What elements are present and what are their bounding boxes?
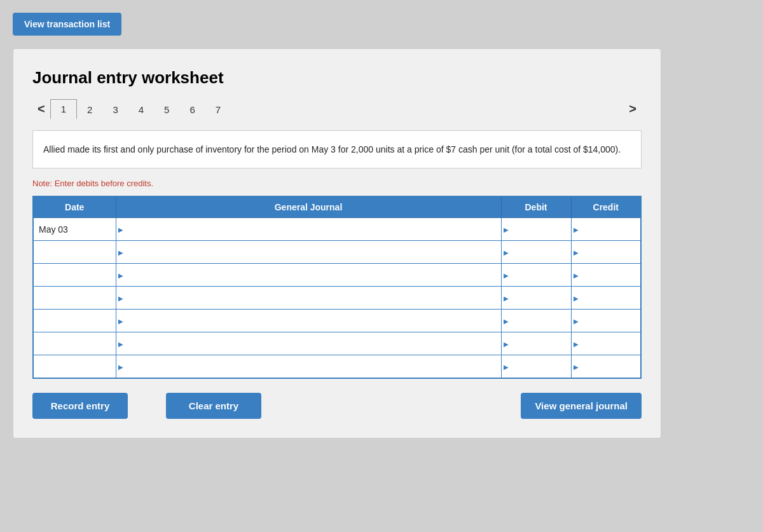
general-journal-cell bbox=[116, 310, 501, 332]
debit-cell bbox=[501, 287, 571, 310]
tab-6[interactable]: 6 bbox=[179, 100, 205, 119]
credit-input[interactable] bbox=[574, 223, 638, 236]
table-row bbox=[33, 332, 641, 355]
table-row bbox=[33, 287, 641, 310]
credit-cell bbox=[571, 241, 641, 264]
credit-input[interactable] bbox=[574, 338, 638, 350]
main-card: Journal entry worksheet < 1 2 3 4 5 6 7 … bbox=[13, 48, 661, 439]
worksheet-title: Journal entry worksheet bbox=[32, 68, 642, 88]
table-row: May 03 bbox=[33, 218, 641, 241]
date-cell bbox=[33, 287, 116, 310]
view-general-journal-button[interactable]: View general journal bbox=[521, 393, 642, 419]
nav-prev-arrow[interactable]: < bbox=[32, 99, 50, 119]
general-journal-input[interactable] bbox=[119, 269, 498, 282]
debit-cell bbox=[501, 264, 571, 287]
date-cell bbox=[33, 310, 116, 332]
debit-input[interactable] bbox=[504, 246, 568, 259]
credit-cell bbox=[571, 218, 641, 241]
general-journal-input[interactable] bbox=[119, 315, 498, 327]
tab-2[interactable]: 2 bbox=[77, 100, 102, 119]
credit-input[interactable] bbox=[574, 269, 638, 282]
general-journal-cell bbox=[116, 241, 501, 264]
general-journal-input[interactable] bbox=[119, 246, 498, 259]
table-row bbox=[33, 355, 641, 378]
debit-cell bbox=[501, 241, 571, 264]
tab-4[interactable]: 4 bbox=[128, 100, 154, 119]
credit-input[interactable] bbox=[574, 360, 638, 373]
date-cell bbox=[33, 332, 116, 355]
general-journal-cell bbox=[116, 218, 501, 241]
table-row bbox=[33, 241, 641, 264]
table-header-row: Date General Journal Debit Credit bbox=[33, 196, 641, 218]
tab-5[interactable]: 5 bbox=[154, 100, 179, 119]
col-header-credit: Credit bbox=[571, 196, 641, 218]
date-value: May 03 bbox=[39, 224, 68, 235]
nav-next-arrow[interactable]: > bbox=[624, 99, 642, 119]
col-header-date: Date bbox=[33, 196, 116, 218]
credit-cell bbox=[571, 355, 641, 378]
col-header-general-journal: General Journal bbox=[116, 196, 501, 218]
credit-input[interactable] bbox=[574, 292, 638, 304]
general-journal-cell bbox=[116, 264, 501, 287]
clear-entry-button[interactable]: Clear entry bbox=[166, 393, 261, 419]
debit-input[interactable] bbox=[504, 360, 568, 373]
col-header-debit: Debit bbox=[501, 196, 571, 218]
debit-cell bbox=[501, 310, 571, 332]
general-journal-input[interactable] bbox=[119, 223, 498, 236]
description-box: Allied made its first and only purchase … bbox=[32, 130, 642, 168]
credit-cell bbox=[571, 332, 641, 355]
table-row bbox=[33, 264, 641, 287]
tab-1[interactable]: 1 bbox=[50, 99, 77, 119]
debit-cell bbox=[501, 355, 571, 378]
date-cell: May 03 bbox=[33, 218, 116, 241]
date-cell bbox=[33, 355, 116, 378]
debit-input[interactable] bbox=[504, 292, 568, 304]
debit-input[interactable] bbox=[504, 223, 568, 236]
record-entry-button[interactable]: Record entry bbox=[32, 393, 128, 419]
table-row bbox=[33, 310, 641, 332]
credit-cell bbox=[571, 287, 641, 310]
credit-cell bbox=[571, 310, 641, 332]
general-journal-cell bbox=[116, 355, 501, 378]
general-journal-input[interactable] bbox=[119, 292, 498, 304]
date-cell bbox=[33, 241, 116, 264]
note-text: Note: Enter debits before credits. bbox=[32, 179, 642, 188]
button-row: Record entry Clear entry View general jo… bbox=[32, 393, 642, 419]
general-journal-cell bbox=[116, 332, 501, 355]
tab-7[interactable]: 7 bbox=[205, 100, 231, 119]
debit-cell bbox=[501, 332, 571, 355]
credit-input[interactable] bbox=[574, 246, 638, 259]
debit-input[interactable] bbox=[504, 315, 568, 327]
view-transaction-list-button[interactable]: View transaction list bbox=[13, 13, 121, 36]
debit-input[interactable] bbox=[504, 269, 568, 282]
general-journal-input[interactable] bbox=[119, 338, 498, 350]
credit-input[interactable] bbox=[574, 315, 638, 327]
credit-cell bbox=[571, 264, 641, 287]
debit-input[interactable] bbox=[504, 338, 568, 350]
tab-navigation: < 1 2 3 4 5 6 7 > bbox=[32, 99, 642, 119]
general-journal-cell bbox=[116, 287, 501, 310]
journal-table: Date General Journal Debit Credit May 03 bbox=[32, 196, 642, 379]
tab-3[interactable]: 3 bbox=[102, 100, 128, 119]
debit-cell bbox=[501, 218, 571, 241]
date-cell bbox=[33, 264, 116, 287]
general-journal-input[interactable] bbox=[119, 360, 498, 373]
